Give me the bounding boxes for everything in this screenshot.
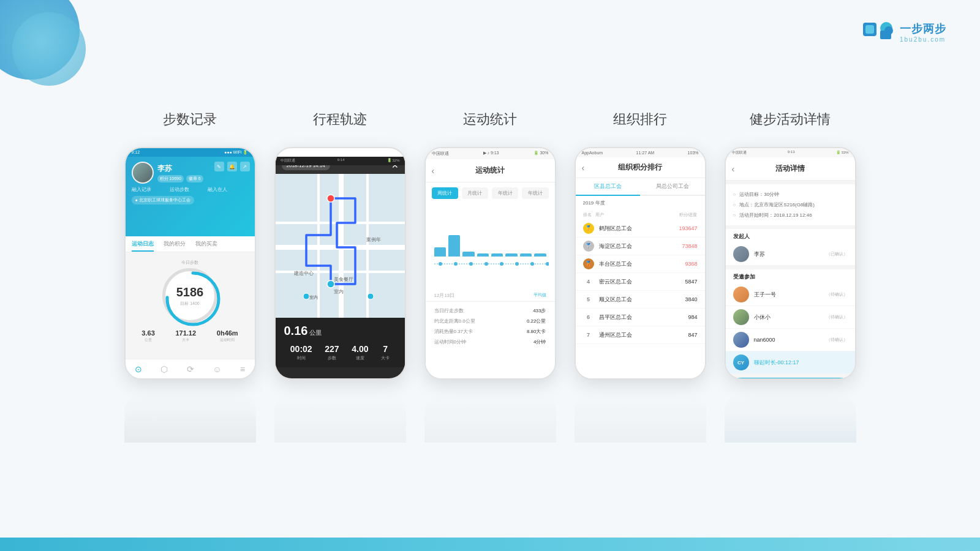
- logo-icon: [863, 20, 895, 44]
- p5-organizer-avatar: [733, 246, 749, 262]
- p1-badge-medal: 徽章 6: [186, 175, 203, 182]
- p1-avatar: [132, 162, 154, 184]
- svg-text:案例年: 案例年: [366, 237, 381, 242]
- svg-point-29: [530, 262, 534, 266]
- p3-bars: [434, 209, 546, 258]
- p2-stat-cal: 7 大卡: [381, 344, 390, 361]
- p4-org-2: 海淀区总工会: [599, 242, 682, 250]
- p1-nav-menu[interactable]: ≡: [240, 364, 245, 374]
- p4-rank-num-4: 4: [583, 276, 594, 287]
- svg-text:建造中心: 建造中心: [293, 271, 314, 276]
- p5-participant-4-avatar: CY: [733, 354, 749, 370]
- p1-tab-shop[interactable]: 我的买卖: [195, 240, 217, 252]
- p5-title: 活动详情: [775, 163, 805, 174]
- p5-participant-3: nan6000 （待确认）: [726, 329, 855, 351]
- p4-subtabs: 区县总工会 局总公司工会: [576, 178, 705, 196]
- p3-info-time: 运动时间0分钟 4分钟: [434, 337, 546, 347]
- p4-rank-num-7: 7: [583, 329, 594, 340]
- p1-tab-diary[interactable]: 运动日志: [132, 240, 154, 252]
- logo-domain-text: 1bu2bu.com: [900, 36, 946, 43]
- p1-username: 李苏: [157, 163, 203, 174]
- logo-main-text: 一步两步: [900, 21, 946, 36]
- p1-tab-score[interactable]: 我的积分: [164, 240, 186, 252]
- p1-bell-icon[interactable]: 🔔: [227, 162, 237, 171]
- section-title-steps: 步数记录: [163, 110, 217, 129]
- p1-stat-time: 0h46m 运动时间: [217, 329, 238, 343]
- p1-nav-walk[interactable]: ⬡: [160, 364, 168, 374]
- p1-avatar-img: [133, 163, 153, 182]
- p5-goal-icon: ○: [733, 192, 736, 197]
- p4-rank-7: 7 通州区总工会 847: [576, 326, 705, 344]
- p2-distance: 0.16 公里: [284, 324, 396, 338]
- p1-header: ✎ 🔔 ↗ 李苏 积分 10690 徽章 6: [126, 157, 255, 236]
- p4-rank-2: 🥈 海淀区总工会 73848: [576, 238, 705, 255]
- section-activity: 健步活动详情 中国联通 9:13 🔋 33% ‹ 活动详情 ○: [725, 110, 856, 443]
- p5-participant-3-avatar: [733, 332, 749, 348]
- p4-score-4: 5847: [685, 279, 697, 285]
- p1-progress-ring: [162, 268, 224, 329]
- phone-stats: 中国联通 ▶ ♪ 9:13 🔋 30% ‹ 运动统计 周统计 月统计 年统计 年…: [424, 147, 556, 380]
- p1-badges: 积分 10690 徽章 6: [157, 175, 203, 182]
- logo-text-block: 一步两步 1bu2bu.com: [900, 21, 946, 43]
- p5-participant-4: CY 聊起时长-00:12:17: [726, 351, 855, 374]
- p1-body: 今日步数 5186 目标 1400 3.63 公里: [126, 252, 255, 348]
- p5-participant-3-name: nan6000: [754, 337, 821, 343]
- p2-stat-speed: 4.00 速度: [352, 344, 368, 361]
- p3-bar-1: [434, 247, 446, 257]
- p5-participants-title: 受邀参加: [726, 269, 855, 283]
- phone2-content: 中国联通 9:14 🔋 32% 2018-12-19 14:14 ✕: [276, 157, 405, 380]
- p3-tab-year2[interactable]: 年统计: [522, 187, 548, 199]
- p3-bar-3: [462, 252, 474, 257]
- p4-col-headers: 排名 用户 积分/进度: [576, 210, 705, 220]
- p4-subtab-company[interactable]: 局总公司工会: [640, 178, 705, 195]
- phone-track: 中国联通 9:14 🔋 32% 2018-12-19 14:14 ✕: [274, 147, 406, 380]
- p1-icons-row: ✎ 🔔 ↗: [214, 162, 250, 171]
- p1-nav: ⊙ ⬡ ⟳ ☺ ≡: [126, 359, 255, 378]
- p5-participant-2-status: （待确认）: [826, 314, 848, 320]
- p3-info-dist: 约北走距离0.0公里 0.22公里: [434, 316, 546, 326]
- p4-org-5: 顺义区总工会: [599, 296, 685, 304]
- p5-participant-3-status: （待确认）: [826, 337, 848, 343]
- p3-title: 运动统计: [475, 165, 505, 176]
- p3-date: 12月13日 平均值: [426, 290, 555, 301]
- bottom-bar: [0, 538, 980, 551]
- svg-point-5: [167, 273, 219, 324]
- p4-year: 2019 年度: [576, 196, 705, 210]
- p3-tab-week[interactable]: 周统计: [432, 187, 458, 199]
- p5-time-icon: ○: [733, 212, 736, 218]
- svg-point-26: [484, 262, 488, 266]
- p1-nav-home[interactable]: ⊙: [135, 364, 142, 374]
- svg-point-20: [368, 293, 374, 299]
- p1-edit-icon[interactable]: ✎: [214, 162, 224, 171]
- logo: 一步两步 1bu2bu.com: [863, 20, 946, 44]
- p3-tab-year[interactable]: 年统计: [492, 187, 518, 199]
- p5-goal-row: ○ 运动目标：30分钟: [733, 189, 848, 200]
- p3-bar-2: [448, 235, 460, 257]
- p5-back-btn[interactable]: ‹: [732, 164, 735, 174]
- p1-stat-km: 3.63 公里: [141, 329, 154, 343]
- p2-bottom: 0.16 公里 00:02 时间 227 步数 4.00: [276, 318, 405, 367]
- phone-steps-reflection: [124, 394, 256, 443]
- p1-share-icon[interactable]: ↗: [240, 162, 250, 171]
- p1-status-bar: 9:12 ●●● WiFi 🔋: [126, 148, 255, 157]
- p1-nav-user[interactable]: ☺: [213, 364, 221, 374]
- p1-today-label: 今日步数: [181, 260, 198, 266]
- p4-title: 组织积分排行: [618, 162, 662, 173]
- p3-back-btn[interactable]: ‹: [432, 166, 435, 176]
- p1-nav-shop2[interactable]: ⟳: [187, 364, 194, 374]
- p4-back-btn[interactable]: ‹: [582, 163, 585, 173]
- p5-action-btn[interactable]: 活动邀请码: [733, 378, 848, 380]
- p4-subtab-district[interactable]: 区县总工会: [576, 178, 641, 196]
- p5-time-row: ○ 活动开始时间：2018.12.19 12:46: [733, 210, 848, 220]
- p4-rank-6: 6 昌平区总工会 984: [576, 309, 705, 326]
- p5-organizer-row: 李苏 （已确认）: [726, 243, 855, 266]
- svg-rect-1: [865, 25, 874, 34]
- svg-point-13: [327, 195, 334, 202]
- section-title-ranking: 组织排行: [613, 110, 667, 129]
- section-stats: 运动统计 中国联通 ▶ ♪ 9:13 🔋 30% ‹ 运动统计 周统计 月统计: [424, 110, 556, 443]
- p4-rank-5: 5 顺义区总工会 3840: [576, 291, 705, 309]
- p3-bar-6: [505, 253, 517, 257]
- phone-activity-reflection: [725, 394, 856, 443]
- phone-ranking: AppAobum 11:27 AM 103% ‹ 组织积分排行 区县总工会 局总…: [575, 147, 706, 380]
- p3-tab-month[interactable]: 月统计: [462, 187, 488, 199]
